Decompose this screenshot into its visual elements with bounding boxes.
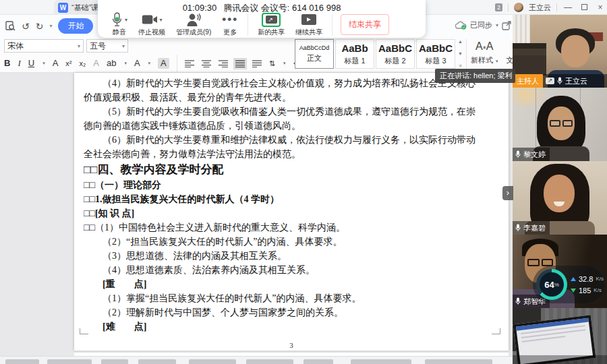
style-normal[interactable]: AaBbCcDd 正文	[295, 39, 334, 69]
statusbar-item	[351, 359, 411, 364]
print-preview-icon[interactable]	[5, 21, 16, 31]
doc-line: □□[知 识 点]	[84, 206, 500, 220]
gallery-expand-icon[interactable]: ≡	[458, 63, 463, 69]
chevron-down-icon[interactable]: ▾	[283, 61, 286, 66]
more-button[interactable]: ••• 更多	[222, 12, 238, 37]
page-corner-mark	[80, 328, 88, 334]
doc-line: □□（一）理论部分	[84, 178, 500, 192]
new-style-button[interactable]: A⁎A 新样式 ▾	[471, 39, 498, 65]
char-border-button[interactable]: A	[53, 59, 59, 68]
divider	[508, 3, 509, 11]
participant-name: 黎文婷	[523, 150, 546, 160]
participant-name: 王立云	[565, 76, 587, 86]
statusbar-item	[5, 359, 39, 364]
panel-collapse-button[interactable]: ›	[502, 186, 513, 200]
superscript-button[interactable]: x²	[65, 59, 71, 68]
align-center-button[interactable]	[202, 60, 211, 67]
gallery-down-icon[interactable]: ▼	[458, 51, 463, 57]
manage-members-button[interactable]: 管理成员(9)	[176, 12, 211, 37]
end-share-button[interactable]: 结束共享	[341, 14, 389, 35]
clear-format-button[interactable]: A	[93, 59, 99, 68]
italic-button[interactable]: I	[18, 59, 20, 68]
doc-line: 德向善的道德实践中锤炼道德品质，引领道德风尚。	[84, 119, 500, 133]
align-right-button[interactable]	[219, 60, 228, 67]
style-heading3[interactable]: AaBbC 标题 3	[416, 39, 455, 69]
upload-arrow-icon	[571, 277, 576, 281]
doc-line: （2）“担当民族复兴大任的时代新人”的内涵、具体要求。	[84, 235, 500, 249]
document-page[interactable]: （4）新时代的大学生要自觉践行社会主义核心价值观，努力成为培养和弘扬社会主义核心…	[74, 73, 509, 351]
minimize-button[interactable]: —	[562, 3, 573, 12]
doc-line: 价值观最积极、最活跃、最充分的青年先进代表。	[84, 90, 500, 104]
close-button[interactable]: ×	[595, 3, 606, 12]
highlight-button[interactable]: ab	[107, 59, 116, 68]
styles-gallery: AaBbCcDd 正文 AaBb 标题 1 AaBbC 标题 2 AaBbC 标…	[295, 39, 540, 69]
divider	[466, 39, 467, 69]
page-number: 3	[74, 341, 509, 349]
align-left-button[interactable]	[185, 60, 194, 67]
continue-share-icon	[301, 14, 316, 25]
chevron-down-icon[interactable]: ▾	[125, 17, 127, 23]
doc-line: [重 点]	[84, 277, 500, 291]
statusbar-item	[304, 359, 333, 364]
gallery-up-icon[interactable]: ▲	[458, 39, 463, 44]
char-shading-button[interactable]: A	[158, 58, 169, 69]
chevron-down-icon[interactable]: ▾	[49, 23, 52, 29]
mic-icon	[557, 77, 562, 85]
line-spacing-button[interactable]: ⇅	[269, 59, 275, 68]
meeting-timer: 01:09:30	[183, 3, 217, 13]
cabinet	[513, 43, 546, 75]
font-color-button[interactable]: A	[134, 59, 140, 68]
redo-button[interactable]: ↻	[36, 21, 44, 32]
undo-button[interactable]: ↺	[22, 21, 30, 32]
more-dots-icon: •••	[222, 12, 238, 27]
new-share-button[interactable]: ↗ 新的共享	[258, 12, 285, 37]
divider	[332, 14, 333, 36]
statusbar-item	[425, 359, 492, 364]
restore-button[interactable]	[579, 3, 589, 12]
style-heading1[interactable]: AaBb 标题 1	[335, 39, 374, 69]
page-text: （4）新时代的大学生要自觉践行社会主义核心价值观，努力成为培养和弘扬社会主义核心…	[84, 76, 500, 334]
video-tile-wangliyun[interactable]: 主持人 ↗ 王立云	[513, 15, 607, 88]
style-heading2[interactable]: AaBbC 标题 2	[376, 39, 415, 69]
members-icon	[186, 13, 201, 27]
network-monitor-overlay: 64% 32.8K/s 185K/s	[533, 266, 604, 303]
tab-start[interactable]: 开始	[58, 18, 93, 34]
continue-share-button[interactable]: 继续共享	[295, 12, 322, 37]
cpu-gauge: 64%	[536, 269, 567, 300]
statusbar-item	[101, 359, 128, 364]
chevron-down-icon[interactable]: ▾	[124, 61, 127, 66]
video-namebar: 黎文婷	[513, 148, 550, 161]
chevron-down-icon[interactable]: ▾	[160, 17, 163, 23]
video-tile-lijiabi[interactable]: 李嘉碧	[513, 161, 607, 235]
notification-badge[interactable]: 2	[495, 3, 502, 11]
chevron-down-icon[interactable]: ▾	[42, 61, 45, 66]
stop-video-button[interactable]: ▾ 停止视频	[138, 12, 165, 37]
doc-line: □□（1）中国特色社会主义进入新时代的重大意义、科学内涵。	[84, 220, 500, 235]
chevron-down-icon[interactable]: ▾	[496, 22, 498, 28]
underline-button[interactable]: U	[28, 59, 34, 68]
person-face	[544, 175, 575, 212]
bold-button[interactable]: B	[4, 59, 10, 68]
video-tile-zhengzhihua[interactable]: 64% 32.8K/s 185K/s 郑智华	[513, 235, 607, 308]
share-icon[interactable]	[502, 21, 511, 30]
distribute-button[interactable]	[252, 60, 262, 67]
wps-logo-icon: W	[58, 3, 68, 13]
chevron-down-icon: ▾	[122, 43, 125, 49]
doc-line: （2）理解新时代与中国梦、个人梦与国家梦之间的关系。	[84, 305, 500, 320]
user-avatar[interactable]	[514, 3, 523, 12]
video-namebar: 李嘉碧	[513, 221, 550, 235]
doc-line: （5）新时代的大学生要自觉吸收和借鉴人类一切优秀道德成果，遵守道德行为规范，在崇	[84, 104, 500, 119]
glasses	[550, 120, 573, 127]
doc-heading: □□四、教学内容及学时分配	[84, 161, 500, 178]
video-tile-liwenting[interactable]: 黎文婷	[513, 88, 607, 161]
font-name-select[interactable]: 宋体▾	[4, 39, 84, 53]
chevron-down-icon[interactable]: ▾	[148, 61, 151, 66]
video-tile-laptop[interactable]	[513, 308, 607, 364]
mute-button[interactable]: ▾ 静音	[111, 12, 127, 37]
subscript-button[interactable]: x₂	[79, 59, 86, 68]
cloud-sync-icon[interactable]	[455, 21, 467, 30]
align-justify-button[interactable]	[235, 60, 245, 67]
chevron-down-icon: ▾	[78, 43, 80, 49]
font-size-select[interactable]: 五号▾	[86, 39, 128, 53]
mic-icon	[515, 297, 521, 305]
